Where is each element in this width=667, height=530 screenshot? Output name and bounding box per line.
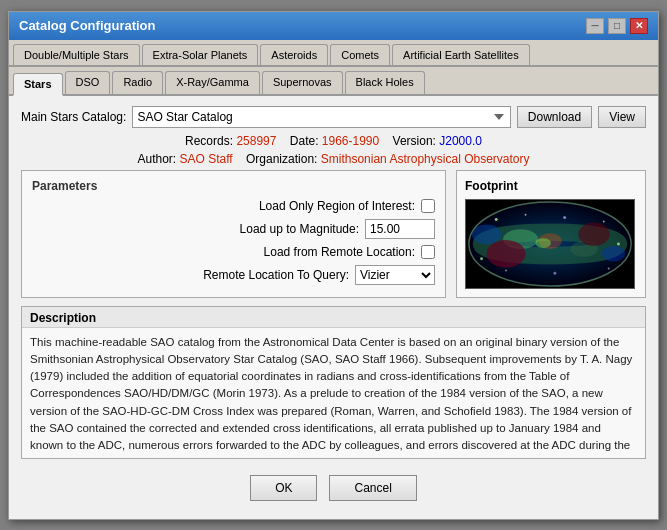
parameters-title: Parameters — [32, 179, 435, 193]
svg-point-18 — [480, 257, 483, 260]
param-row-remote: Load from Remote Location: — [32, 245, 435, 259]
window-title: Catalog Configuration — [19, 18, 156, 33]
footprint-title: Footprint — [465, 179, 637, 193]
version-label: Version: — [393, 134, 436, 148]
tabs-row1: Double/Multiple Stars Extra-Solar Planet… — [9, 40, 658, 67]
tabs-row2: Stars DSO Radio X-Ray/Gamma Supernovas B… — [9, 67, 658, 96]
region-label: Load Only Region of Interest: — [32, 199, 415, 213]
cancel-button[interactable]: Cancel — [329, 475, 416, 501]
param-row-query: Remote Location To Query: Vizier — [32, 265, 435, 285]
records-value: 258997 — [236, 134, 276, 148]
tab-stars[interactable]: Stars — [13, 73, 63, 96]
tab-supernovas[interactable]: Supernovas — [262, 71, 343, 94]
content-area: Main Stars Catalog: SAO Star Catalog Dow… — [9, 96, 658, 519]
param-row-region: Load Only Region of Interest: — [32, 199, 435, 213]
tab-dso[interactable]: DSO — [65, 71, 111, 94]
footprint-section: Footprint — [456, 170, 646, 298]
date-label: Date: — [290, 134, 319, 148]
catalog-label: Main Stars Catalog: — [21, 110, 126, 124]
svg-point-17 — [505, 269, 507, 271]
parameters-section: Parameters Load Only Region of Interest:… — [21, 170, 446, 298]
svg-point-4 — [486, 240, 525, 267]
svg-point-9 — [535, 238, 551, 248]
magnitude-label: Load up to Magnitude: — [32, 222, 359, 236]
svg-point-5 — [578, 222, 609, 245]
catalog-row: Main Stars Catalog: SAO Star Catalog Dow… — [21, 106, 646, 128]
svg-point-12 — [563, 216, 566, 219]
svg-point-7 — [472, 224, 501, 244]
minimize-button[interactable]: ─ — [586, 18, 604, 34]
meta-row2: Author: SAO Staff Organization: Smithson… — [21, 152, 646, 166]
titlebar-controls: ─ □ ✕ — [586, 18, 648, 34]
tab-artificial-earth-satellites[interactable]: Artificial Earth Satellites — [392, 44, 530, 65]
close-button[interactable]: ✕ — [630, 18, 648, 34]
view-button[interactable]: View — [598, 106, 646, 128]
svg-point-16 — [553, 271, 556, 274]
tab-comets[interactable]: Comets — [330, 44, 390, 65]
description-text[interactable]: This machine-readable SAO catalog from t… — [22, 328, 645, 458]
description-title: Description — [22, 307, 645, 328]
footer-row: OK Cancel — [21, 469, 646, 509]
svg-point-14 — [617, 242, 620, 245]
version-value: J2000.0 — [439, 134, 482, 148]
tab-asteroids[interactable]: Asteroids — [260, 44, 328, 65]
params-footprint-area: Parameters Load Only Region of Interest:… — [21, 170, 646, 298]
author-value: SAO Staff — [180, 152, 233, 166]
footprint-image — [465, 199, 635, 289]
param-row-magnitude: Load up to Magnitude: — [32, 219, 435, 239]
description-section: Description This machine-readable SAO ca… — [21, 306, 646, 459]
records-label: Records: — [185, 134, 233, 148]
author-label: Author: — [137, 152, 176, 166]
meta-row1: Records: 258997 Date: 1966-1990 Version:… — [21, 134, 646, 148]
svg-point-11 — [525, 213, 527, 215]
maximize-button[interactable]: □ — [608, 18, 626, 34]
remote-location-label: Load from Remote Location: — [32, 245, 415, 259]
date-value: 1966-1990 — [322, 134, 379, 148]
tab-xray-gamma[interactable]: X-Ray/Gamma — [165, 71, 260, 94]
region-checkbox[interactable] — [421, 199, 435, 213]
query-label: Remote Location To Query: — [32, 268, 349, 282]
ok-button[interactable]: OK — [250, 475, 317, 501]
remote-location-checkbox[interactable] — [421, 245, 435, 259]
org-value: Smithsonian Astrophysical Observatory — [321, 152, 530, 166]
svg-point-15 — [608, 267, 610, 269]
svg-point-8 — [602, 245, 625, 261]
main-window: Catalog Configuration ─ □ ✕ Double/Multi… — [8, 11, 659, 520]
svg-point-10 — [495, 218, 498, 221]
titlebar: Catalog Configuration ─ □ ✕ — [9, 12, 658, 40]
tab-double-multiple-stars[interactable]: Double/Multiple Stars — [13, 44, 140, 65]
org-label: Organization: — [246, 152, 317, 166]
svg-point-13 — [603, 220, 605, 222]
tab-extra-solar-planets[interactable]: Extra-Solar Planets — [142, 44, 259, 65]
tab-radio[interactable]: Radio — [112, 71, 163, 94]
download-button[interactable]: Download — [517, 106, 592, 128]
tab-black-holes[interactable]: Black Holes — [345, 71, 425, 94]
magnitude-input[interactable] — [365, 219, 435, 239]
catalog-select[interactable]: SAO Star Catalog — [132, 106, 510, 128]
query-select[interactable]: Vizier — [355, 265, 435, 285]
